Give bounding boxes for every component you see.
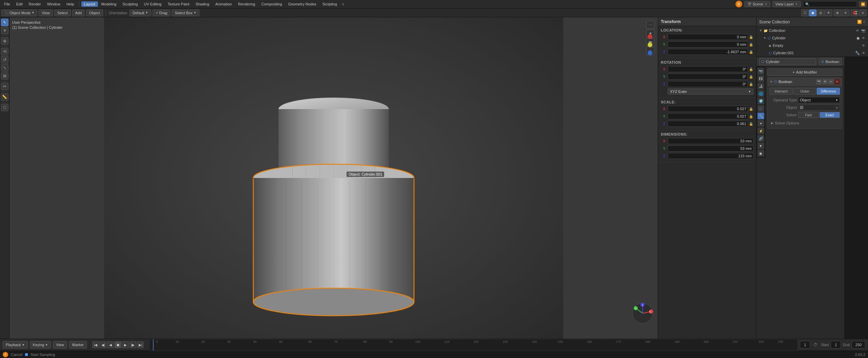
scale-x-lock[interactable]: 🔒 (749, 106, 753, 111)
prop-output-tab[interactable]: 🎞 (757, 75, 764, 82)
move-tool-btn[interactable]: ✛ (1, 27, 8, 34)
location-z-value[interactable]: -1.6637 mm (668, 49, 748, 55)
select-menu[interactable]: Select (54, 9, 71, 16)
modifier-realtime-icon[interactable]: 👁 (822, 79, 828, 84)
start-sampling-btn[interactable]: Start Sampling (31, 353, 55, 357)
scale-x-value[interactable]: 0.027 (668, 106, 748, 112)
global-search[interactable]: 🔍 (803, 1, 857, 7)
tab-layout[interactable]: Layout (81, 1, 98, 7)
exact-btn[interactable]: Exact (820, 112, 840, 118)
stop-btn[interactable]: ⏹ (115, 341, 121, 348)
jump-start-btn[interactable]: |◀ (92, 341, 99, 348)
cylinder001-eye-icon[interactable]: 👁 (862, 51, 865, 55)
solver-options-row[interactable]: ▶ Solver Options (770, 120, 840, 126)
tab-sculpting[interactable]: Sculpting (120, 1, 140, 7)
scene-item-empty[interactable]: ◆ Empty 👁 (756, 42, 868, 49)
rotation-z-lock[interactable]: 🔒 (749, 82, 753, 86)
scene-item-cylinder001[interactable]: ⬡ Cylinder.001 🔧 👁 (756, 49, 868, 57)
prop-render-tab[interactable]: 📷 (757, 68, 764, 75)
rotate-tool-btn[interactable]: ↺ (1, 56, 8, 63)
tab-rendering[interactable]: Rendering (235, 1, 258, 7)
snap-btn[interactable]: 🧲 (851, 9, 859, 16)
add-modifier-btn[interactable]: + Add Modifier (767, 68, 842, 76)
menu-edit[interactable]: Edit (14, 1, 25, 7)
collection-eye-icon[interactable]: 👁 (856, 29, 859, 33)
play-btn[interactable]: ▶ (122, 341, 129, 348)
scale-z-lock[interactable]: 🔒 (749, 121, 753, 126)
scene-item-collection[interactable]: ▼ 📁 Collection 👁 📷 (756, 27, 868, 34)
viewport-options-btn[interactable]: ⋯ (646, 21, 654, 29)
proportional-btn[interactable]: ⊙ (859, 9, 867, 16)
union-btn[interactable]: Union (793, 88, 816, 95)
rotation-y-lock[interactable]: 🔒 (749, 74, 753, 79)
keying-menu[interactable]: Keying ▼ (30, 341, 51, 349)
location-y-lock[interactable]: 🔒 (749, 42, 753, 47)
empty-eye-icon[interactable]: 👁 (862, 44, 865, 47)
solid-shading-btn[interactable]: ◉ (809, 9, 816, 16)
measure-tool-btn[interactable]: 📏 (1, 93, 8, 101)
scene-filter-icon[interactable]: 🔽 (857, 20, 862, 24)
transform-tool-btn[interactable]: ⟲ (1, 48, 8, 55)
playback-menu[interactable]: Playback ▼ (3, 341, 28, 349)
marker-menu[interactable]: Marker (69, 341, 87, 349)
prop-physics-tab[interactable]: ⚡ (757, 127, 764, 134)
nav-gizmo[interactable]: X Y Z (631, 301, 654, 325)
prop-object-selector[interactable]: ⬡ Cylinder (759, 58, 816, 65)
menu-file[interactable]: File (1, 1, 13, 7)
3d-viewport[interactable]: User Perspective (1) Scene Collection | … (9, 17, 658, 339)
tab-shading[interactable]: Shading (193, 1, 212, 7)
object-picker-icon[interactable]: ⊙ (835, 106, 838, 110)
rotation-y-value[interactable]: 0° (668, 74, 748, 80)
prop-particles-tab[interactable]: ✦ (757, 120, 764, 127)
add-primitive-btn[interactable]: ⬡ (1, 104, 8, 111)
location-x-lock[interactable]: 🔒 (749, 35, 753, 39)
modifier-edit-icon[interactable]: ✏ (828, 79, 834, 84)
difference-btn[interactable]: Difference (817, 88, 840, 95)
menu-help[interactable]: Help (64, 1, 77, 7)
add-menu[interactable]: Add (72, 9, 85, 16)
prop-view-layer-tab[interactable]: 🏞 (757, 83, 764, 90)
tab-compositing[interactable]: Compositing (259, 1, 285, 7)
rotation-x-lock[interactable]: 🔒 (749, 67, 753, 72)
blue-circle[interactable] (648, 51, 652, 55)
tab-uv-editing[interactable]: UV Editing (141, 1, 164, 7)
prev-keyframe-btn[interactable]: ◀| (100, 341, 106, 348)
timeline-view-menu[interactable]: View (53, 341, 67, 349)
overlay-btn[interactable]: ⊞ (834, 9, 841, 16)
filter-icon-btn[interactable]: 🔽 (859, 1, 867, 7)
object-menu[interactable]: Object (86, 9, 103, 16)
scale-tool-btn[interactable]: ⤡ (1, 64, 8, 72)
select-tool-btn[interactable]: ↖ (1, 19, 8, 26)
prop-object-tab[interactable]: ⬡ (757, 105, 764, 112)
cancel-btn[interactable]: Cancel (11, 353, 22, 357)
view-menu[interactable]: View (39, 9, 53, 16)
annotate-tool-btn[interactable]: ✏ (1, 83, 8, 90)
rotation-z-value[interactable]: 0° (668, 81, 748, 87)
prop-world-tab[interactable]: 🌍 (757, 98, 764, 104)
rotation-x-value[interactable]: 0° (668, 66, 748, 72)
add-tab-icon[interactable]: + (342, 1, 344, 7)
prop-modifier-tab[interactable]: 🔧 (757, 113, 764, 119)
prop-material-tab[interactable]: ◉ (757, 150, 764, 157)
view-layer-selector[interactable]: View Layer ▼ (772, 1, 801, 7)
gizmo-btn[interactable]: ✛ (842, 9, 849, 16)
dim-y-value[interactable]: 53 mm (668, 145, 753, 152)
yellow-circle[interactable] (648, 42, 652, 47)
scale-y-value[interactable]: 0.027 (668, 113, 748, 119)
prop-scene-tab[interactable]: 🌐 (757, 90, 764, 97)
dim-x-value[interactable]: 53 mm (668, 138, 753, 144)
timeline-scrubber[interactable]: 0 10 20 30 40 50 60 70 80 90 100 110 120… (149, 339, 798, 351)
next-keyframe-btn[interactable]: |▶ (130, 341, 136, 348)
intersect-btn[interactable]: Intersect (770, 88, 793, 95)
scale-z-value[interactable]: 0.061 (668, 121, 748, 127)
prop-data-tab[interactable]: ▼ (757, 142, 764, 149)
object-value[interactable]: ⊙ (798, 104, 840, 111)
prop-constraints-tab[interactable]: 🔗 (757, 135, 764, 142)
scene-item-cylinder[interactable]: ▼ ⬡ Cylinder ◉ 👁 (756, 34, 868, 42)
red-circle[interactable] (648, 34, 652, 39)
jump-end-btn[interactable]: ▶| (137, 341, 144, 348)
material-shading-btn[interactable]: ◎ (817, 9, 824, 16)
tab-scripting[interactable]: Scripting (320, 1, 340, 7)
tab-texture-paint[interactable]: Texture Paint (165, 1, 192, 7)
wireframe-shading-btn[interactable]: ⬡ (801, 9, 809, 16)
